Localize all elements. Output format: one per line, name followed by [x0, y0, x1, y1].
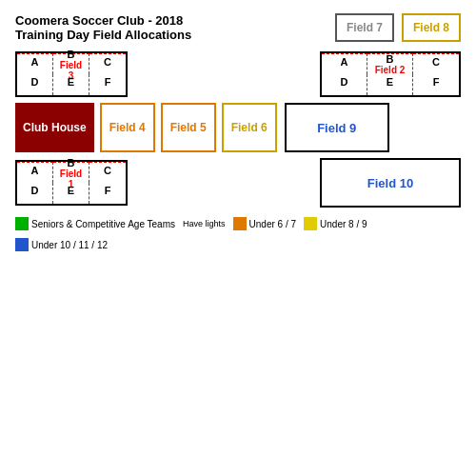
page: Coomera Soccer Club - 2018 Training Day …: [0, 0, 476, 476]
legend: Seniors & Competitive Age Teams Have lig…: [15, 217, 461, 251]
field6-box: Field 6: [222, 103, 277, 152]
legend-item-blue: Under 10 / 11 / 12: [15, 238, 108, 251]
field2-cell-B: BField 2: [367, 53, 413, 74]
legend-color-green: [15, 217, 29, 230]
field3-cell-B: BField 3: [53, 53, 89, 74]
legend-item-green: Seniors & Competitive Age Teams: [15, 217, 175, 230]
field2-cell-C: C: [413, 53, 459, 74]
field8-box: Field 8: [402, 13, 461, 42]
field1-cell-E: E: [53, 183, 89, 204]
field3-cell-A: A: [17, 53, 53, 74]
field2-cell-F: F: [413, 74, 459, 95]
club-house-box: Club House: [15, 103, 94, 152]
field5-box: Field 5: [161, 103, 216, 152]
field1-cell-A: A: [17, 162, 53, 183]
field2-cell-D: D: [322, 74, 367, 95]
legend-item-yellow: Under 8 / 9: [304, 217, 367, 230]
legend-color-orange: [233, 217, 247, 230]
field10-box: Field 10: [320, 158, 461, 208]
field1-cell-C: C: [89, 162, 126, 183]
legend-color-blue: [15, 238, 29, 251]
field1-cell-F: F: [89, 183, 126, 204]
field3-subfield: A BField 3 C D E F: [15, 51, 128, 97]
field1-cell-D: D: [17, 183, 53, 204]
field9-box: Field 9: [285, 103, 389, 152]
legend-color-yellow: [304, 217, 317, 230]
legend-label-yellow: Under 8 / 9: [320, 219, 367, 229]
legend-item-orange: Under 6 / 7: [233, 217, 296, 230]
legend-label-orange: Under 6 / 7: [249, 219, 296, 229]
field1-cell-B: BField 1: [53, 162, 89, 183]
legend-label-green: Seniors & Competitive Age Teams: [31, 219, 175, 229]
field4-box: Field 4: [100, 103, 155, 152]
field3-cell-F: F: [89, 74, 126, 95]
field7-box: Field 7: [335, 13, 394, 42]
field2-cell-A: A: [322, 53, 367, 74]
top-right-fields: Field 7 Field 8: [335, 13, 461, 42]
legend-note: Have lights: [183, 219, 226, 228]
field2-cell-E: E: [367, 74, 413, 95]
field3-cell-E: E: [53, 74, 89, 95]
field3-cell-D: D: [17, 74, 53, 95]
field2-subfield: A BField 2 C D E F: [320, 51, 461, 97]
legend-label-blue: Under 10 / 11 / 12: [31, 240, 108, 250]
field3-cell-C: C: [89, 53, 126, 74]
field1-subfield: A BField 1 C D E F: [15, 160, 128, 206]
